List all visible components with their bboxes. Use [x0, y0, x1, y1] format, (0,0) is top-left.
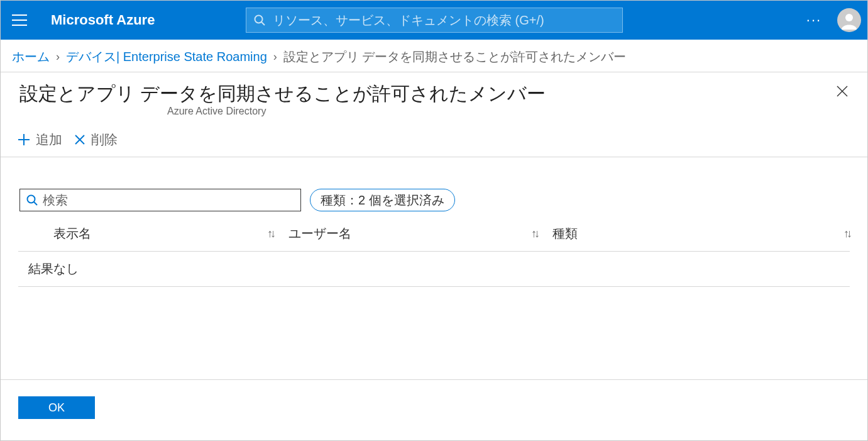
svg-line-4 [261, 22, 265, 25]
global-search-placeholder: リソース、サービス、ドキュメントの検索 (G+/) [273, 12, 544, 29]
close-button[interactable] [828, 81, 856, 104]
breadcrumb: ホーム › デバイス| Enterprise State Roaming › 設… [1, 40, 867, 72]
hamburger-menu-button[interactable] [1, 1, 38, 40]
column-header-user-name[interactable]: ユーザー名 ↑↓ [288, 225, 552, 242]
table-header-row: 表示名 ↑↓ ユーザー名 ↑↓ 種類 ↑↓ [18, 225, 850, 252]
add-button-label: 追加 [36, 131, 62, 148]
type-filter-pill[interactable]: 種類：2 個を選択済み [310, 189, 455, 211]
table-search-input[interactable]: 検索 [19, 189, 301, 211]
sort-icon: ↑↓ [531, 227, 552, 240]
table-search-placeholder: 検索 [43, 192, 68, 209]
type-filter-label: 種類：2 個を選択済み [321, 192, 444, 209]
global-search-input[interactable]: リソース、サービス、ドキュメントの検索 (G+/) [246, 8, 623, 33]
svg-point-12 [28, 196, 35, 203]
breadcrumb-current: 設定とアプリ データを同期させることが許可されたメンバー [283, 48, 627, 65]
table-empty-text: 結果なし [28, 262, 79, 276]
chevron-right-icon: › [56, 50, 60, 64]
page-header: 設定とアプリ データを同期させることが許可されたメンバー Azure Activ… [1, 72, 867, 117]
column-header-display-name[interactable]: 表示名 ↑↓ [18, 225, 288, 242]
breadcrumb-devices-link[interactable]: デバイス| Enterprise State Roaming [66, 48, 267, 65]
hamburger-icon [12, 14, 27, 26]
user-avatar[interactable] [837, 8, 861, 32]
sort-icon: ↑↓ [267, 227, 288, 240]
add-button[interactable]: 追加 [17, 131, 62, 148]
more-menu-button[interactable]: ··· [798, 12, 830, 28]
delete-button[interactable]: 削除 [74, 131, 118, 148]
top-bar: Microsoft Azure リソース、サービス、ドキュメントの検索 (G+/… [1, 1, 867, 40]
page-subtitle: Azure Active Directory [167, 106, 546, 117]
ok-button[interactable]: OK [18, 396, 95, 419]
svg-line-13 [34, 202, 37, 205]
x-icon [74, 133, 86, 146]
filter-row: 検索 種類：2 個を選択済み [1, 157, 867, 211]
members-table: 表示名 ↑↓ ユーザー名 ↑↓ 種類 ↑↓ 結果なし [18, 225, 850, 287]
svg-point-3 [255, 16, 263, 23]
delete-button-label: 削除 [91, 131, 118, 148]
sort-icon: ↑↓ [843, 227, 850, 240]
footer-bar: OK [1, 379, 867, 440]
page-title: 設定とアプリ データを同期させることが許可されたメンバー [19, 81, 546, 107]
breadcrumb-home-link[interactable]: ホーム [12, 48, 50, 65]
table-empty-row: 結果なし [18, 252, 850, 287]
column-header-kind[interactable]: 種類 ↑↓ [552, 225, 850, 242]
close-icon [836, 85, 849, 98]
chevron-right-icon: › [273, 50, 277, 64]
column-header-display-name-label: 表示名 [53, 225, 91, 242]
command-bar: 追加 削除 [1, 128, 867, 157]
svg-point-5 [845, 14, 853, 21]
user-icon [840, 11, 859, 30]
column-header-user-name-label: ユーザー名 [288, 225, 351, 242]
column-header-kind-label: 種類 [552, 225, 578, 242]
search-icon [26, 194, 38, 206]
search-icon [254, 14, 265, 26]
brand-label: Microsoft Azure [51, 12, 155, 28]
plus-icon [17, 133, 31, 147]
